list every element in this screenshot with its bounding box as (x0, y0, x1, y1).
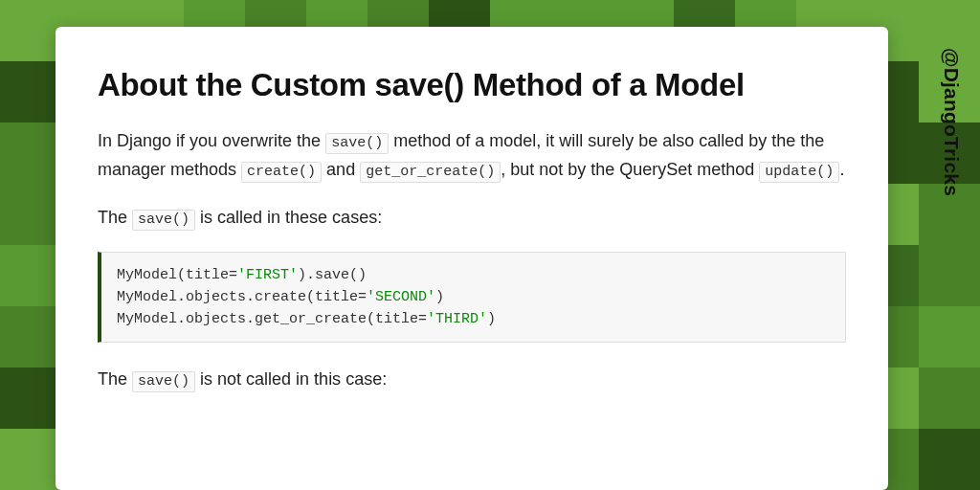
code-create: create() (241, 162, 322, 183)
code-get-or-create: get_or_create() (360, 162, 501, 183)
code-save: save() (132, 210, 195, 231)
text: and (322, 160, 360, 179)
code-update: update() (759, 162, 839, 183)
code-block-called: MyModel(title='FIRST').save() MyModel.ob… (98, 252, 846, 344)
text: is called in these cases: (195, 208, 382, 227)
text: In Django if you overwrite the (98, 131, 325, 150)
intro-paragraph: In Django if you overwrite the save() me… (98, 127, 846, 185)
called-cases-label: The save() is called in these cases: (98, 204, 846, 233)
article-title: About the Custom save() Method of a Mode… (98, 65, 846, 104)
text: The (98, 369, 132, 389)
not-called-label: The save() is not called in this case: (98, 366, 846, 394)
text: . (839, 160, 844, 179)
code-save: save() (132, 371, 195, 392)
author-handle: @DjangoTricks (940, 48, 963, 196)
text: is not called in this case: (195, 369, 387, 389)
article-card: About the Custom save() Method of a Mode… (56, 27, 888, 490)
code-save: save() (325, 133, 389, 154)
text: , but not by the QuerySet method (501, 160, 759, 179)
text: The (98, 208, 132, 227)
